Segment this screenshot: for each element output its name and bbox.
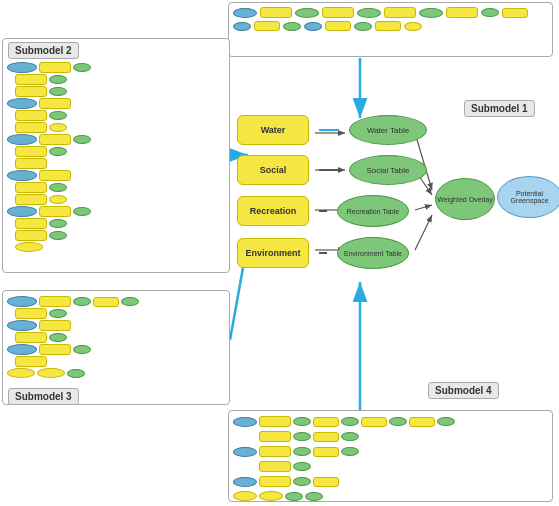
recreation-row: Recreation Recreation Table <box>237 195 427 227</box>
water-arrow <box>319 129 339 131</box>
water-table-node: Water Table <box>349 115 427 145</box>
submodel1-box <box>228 2 553 57</box>
sm1-node-12 <box>254 21 280 31</box>
submodel1-content <box>229 3 552 35</box>
weighted-overlay-container: Weighted Overlay <box>435 178 495 220</box>
submodel2-content <box>3 57 229 257</box>
sm1-node-18 <box>404 22 422 31</box>
sm1-node-1 <box>233 8 257 18</box>
center-nodes-area: Water Water Table Social Social Table Re… <box>237 115 427 279</box>
submodel2-box <box>2 38 230 273</box>
sm1-node-4 <box>322 7 354 18</box>
sm1-node-10 <box>502 8 528 18</box>
sm1-node-6 <box>384 7 416 18</box>
sm1-node-2 <box>260 7 292 18</box>
environment-table-node: Environment Table <box>337 237 409 269</box>
submodel4-box <box>228 410 553 502</box>
sm1-node-9 <box>481 8 499 17</box>
recreation-table-node: Recreation Table <box>337 195 409 227</box>
sm1-node-11 <box>233 22 251 31</box>
environment-row: Environment Environment Table <box>237 237 427 269</box>
sm1-node-5 <box>357 8 381 18</box>
submodel2-label: Submodel 2 <box>8 42 79 59</box>
water-node: Water <box>237 115 309 145</box>
submodel4-label: Submodel 4 <box>428 382 499 399</box>
potential-greenspace-node: Potential Greenspace <box>497 176 559 218</box>
water-row: Water Water Table <box>237 115 427 145</box>
recreation-arrow <box>319 210 327 212</box>
weighted-overlay-node: Weighted Overlay <box>435 178 495 220</box>
recreation-node: Recreation <box>237 196 309 226</box>
sm1-node-17 <box>375 21 401 31</box>
submodel1-label: Submodel 1 <box>464 100 535 117</box>
sm1-node-14 <box>304 22 322 31</box>
social-row: Social Social Table <box>237 155 427 185</box>
sm1-node-3 <box>295 8 319 18</box>
sm1-node-7 <box>419 8 443 18</box>
social-arrow <box>319 169 339 171</box>
submodel3-content <box>3 291 229 383</box>
sm1-node-13 <box>283 22 301 31</box>
submodel3-label: Submodel 3 <box>8 388 79 405</box>
environment-node: Environment <box>237 238 309 268</box>
environment-arrow <box>319 252 327 254</box>
sm1-node-8 <box>446 7 478 18</box>
submodel4-content <box>229 411 552 506</box>
sm1-node-15 <box>325 21 351 31</box>
social-table-node: Social Table <box>349 155 427 185</box>
potential-greenspace-container: Potential Greenspace <box>497 176 559 218</box>
social-node: Social <box>237 155 309 185</box>
main-diagram: Submodel 1 Submodel 2 <box>0 0 559 506</box>
sm1-node-16 <box>354 22 372 31</box>
